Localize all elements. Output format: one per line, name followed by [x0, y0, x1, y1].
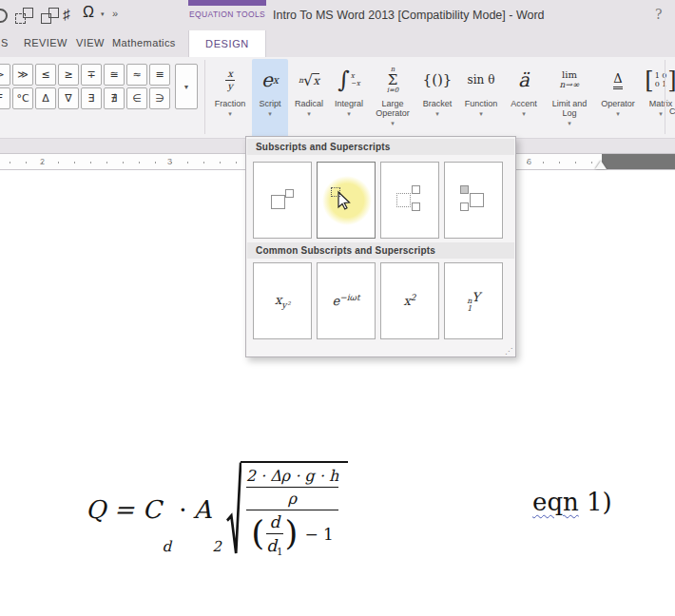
eq1-A: A: [193, 495, 211, 524]
dropdown-chevron-icon: ▾: [268, 110, 272, 118]
eq1-A-sub: 2: [212, 538, 222, 555]
bracket-button[interactable]: {()} Bracket ▾: [417, 59, 457, 139]
symbol-button[interactable]: ≡: [149, 64, 170, 86]
fraction-label: Fraction: [215, 99, 246, 108]
right-indent-marker[interactable]: [595, 161, 607, 169]
accent-label: Accent: [511, 99, 537, 108]
eq1-sub-d: d: [163, 538, 172, 555]
symbol-button[interactable]: ≥: [58, 64, 79, 86]
tab-partial-left[interactable]: S: [1, 37, 9, 48]
omega-symbol-icon[interactable]: Ω: [83, 4, 94, 21]
operator-label: Operator: [601, 99, 635, 108]
script-button[interactable]: ex Script ▾: [252, 59, 288, 139]
eqn-word: eqn: [532, 488, 579, 516]
bracket-icon: {()}: [423, 61, 453, 99]
symbol-button[interactable]: ∋: [149, 87, 170, 109]
ruler-right-margin: [602, 154, 675, 169]
symbol-button[interactable]: °C: [12, 87, 33, 109]
contextual-tab-group-label: EQUATION TOOLS: [188, 10, 266, 19]
word-window: ♯ Ω ▾ » EQUATION TOOLS Intro To MS Word …: [0, 0, 675, 616]
title-bar: ♯ Ω ▾ » EQUATION TOOLS Intro To MS Word …: [0, 0, 675, 30]
dropdown-chevron-icon: ▾: [307, 110, 311, 118]
function-button[interactable]: sin θ Function ▾: [459, 59, 503, 139]
limit-and-log-button[interactable]: limn→∞ Limit and Log ▾: [545, 59, 594, 139]
fraction-button[interactable]: xy Fraction ▾: [210, 59, 250, 139]
accent-button[interactable]: ä Accent ▾: [505, 59, 543, 139]
large-operator-button[interactable]: nΣi=0 Large Operator ▾: [370, 59, 415, 139]
subscript-box-icon: [412, 202, 420, 211]
group-shapes-icon[interactable]: [15, 8, 33, 24]
sharp-icon[interactable]: ♯: [63, 6, 70, 22]
script-icon: ex: [261, 61, 279, 99]
equation-caption[interactable]: eqn 1): [532, 488, 612, 516]
ungroup-shapes-icon[interactable]: [41, 8, 59, 24]
left-subscript-superscript-tile[interactable]: [444, 162, 503, 239]
equation-1[interactable]: Q = C d · A 2 2 · Δρ · g · h ρ: [86, 461, 348, 557]
x-squared-tile[interactable]: x2: [380, 262, 439, 339]
radical-button[interactable]: n√x Radical ▾: [290, 59, 328, 139]
symbol-button[interactable]: ≤: [35, 64, 56, 86]
tab-view[interactable]: VIEW: [76, 37, 105, 48]
omega-dropdown-icon[interactable]: ▾: [101, 10, 105, 18]
symbol-button[interactable]: ∇: [58, 87, 79, 109]
superscript-box-icon: [412, 185, 420, 194]
operator-icon: Δ: [613, 61, 622, 99]
qat-more-icon[interactable]: »: [112, 8, 118, 19]
structures-group: xy Fraction ▾ ex Script ▾ n√x Radical ▾: [210, 59, 675, 139]
eq1-bottom-expression: ( d d1 ) − 1: [251, 512, 334, 555]
dropdown-chevron-icon: ▾: [347, 110, 351, 118]
eqn-number: 1): [579, 488, 612, 516]
base-box-icon: [271, 195, 285, 209]
help-icon[interactable]: ?: [655, 7, 663, 22]
symbols-more-button[interactable]: ▼: [175, 64, 198, 109]
limit-and-log-label: Limit and Log: [548, 99, 591, 118]
symbol-button[interactable]: ≈: [126, 64, 147, 86]
symbol-button[interactable]: >: [0, 64, 10, 86]
popup-resize-grip[interactable]: ⋰: [505, 347, 512, 356]
mouse-cursor-icon: [331, 187, 352, 214]
radical-sign-icon: [226, 461, 241, 557]
integral-button[interactable]: ∫ x−x Integral ▾: [330, 59, 368, 139]
tab-review[interactable]: REVIEW: [24, 37, 68, 48]
symbol-button[interactable]: F: [0, 87, 10, 109]
tab-mathematics[interactable]: Mathematics: [112, 37, 176, 48]
symbol-button[interactable]: ∈: [126, 87, 147, 109]
undo-icon[interactable]: [0, 9, 8, 23]
matrix-button[interactable]: [1 00 1] Matrix ▾: [642, 59, 675, 139]
script-tiles-row-2: xy² e−iωt x2 n1Y: [253, 262, 503, 339]
accent-icon: ä: [518, 61, 530, 99]
fraction-icon: xy: [225, 61, 235, 99]
ribbon-tab-row: S REVIEW VIEW Mathematics DESIGN: [0, 30, 675, 57]
symbol-button[interactable]: ≫: [12, 64, 33, 86]
partial-group-label: C: [669, 106, 675, 116]
e-power-minus-iwt-tile[interactable]: e−iωt: [317, 262, 376, 339]
square-front-icon: [23, 8, 33, 18]
symbol-button[interactable]: ∓: [81, 64, 102, 86]
dropdown-chevron-icon: ▾: [391, 120, 395, 127]
group-separator: [204, 60, 205, 134]
x-sub-y2-tile[interactable]: xy²: [253, 262, 312, 339]
subscript-tile[interactable]: [317, 162, 376, 239]
operator-button[interactable]: Δ Operator ▾: [596, 59, 640, 139]
symbol-button[interactable]: ≅: [104, 64, 125, 86]
tab-design-active[interactable]: DESIGN: [188, 30, 266, 57]
superscript-tile[interactable]: [253, 162, 312, 239]
base-box-icon: [396, 193, 411, 207]
script-tiles-row-1: [253, 162, 503, 239]
radical-icon: n√x: [299, 61, 319, 99]
symbol-button[interactable]: ∃: [81, 87, 102, 109]
dropdown-chevron-icon: ▾: [228, 110, 232, 118]
ruler-mark: 6: [527, 157, 531, 166]
dropdown-chevron-icon: ▾: [659, 110, 663, 118]
subscript-superscript-tile[interactable]: [380, 162, 439, 239]
symbols-gallery: > ≫ ≤ ≥ ∓ ≅ ≈ ≡ F °C Δ ∇ ∃ ∄ ∈ ∋: [0, 64, 170, 109]
radical: 2 · Δρ · g · h ρ ( d d1 ): [226, 461, 348, 557]
symbol-button[interactable]: ∄: [104, 87, 125, 109]
large-operator-icon: nΣi=0: [387, 61, 399, 99]
symbol-button[interactable]: Δ: [35, 87, 56, 109]
radical-label: Radical: [295, 99, 323, 108]
script-label: Script: [259, 99, 280, 108]
prescript-y-tile[interactable]: n1Y: [444, 262, 503, 339]
pre-subscript-box-icon: [460, 202, 469, 211]
base-box-icon: [470, 193, 484, 207]
